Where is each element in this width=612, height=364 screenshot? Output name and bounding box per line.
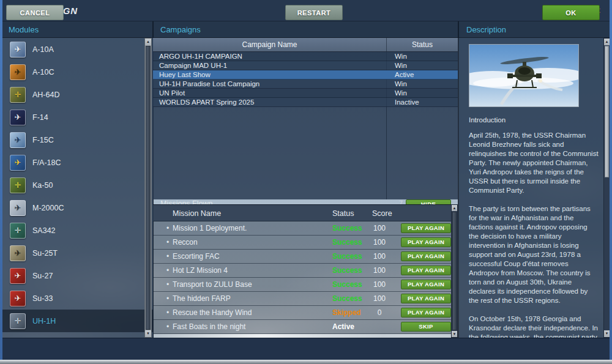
module-label: Su-25T [32,249,58,258]
sa342-module-icon: ✛ [10,223,26,239]
restart-button[interactable]: RESTART [285,5,343,20]
bullet-icon: • [166,224,169,232]
module-list-item[interactable]: ✈ Su-27 [2,264,153,287]
su-27-module-icon: ✈ [10,268,26,284]
campaign-row[interactable]: Huey Last Show Active [153,70,458,80]
scroll-down-icon[interactable]: ▼ [604,330,610,337]
module-list-item[interactable]: ✈ F/A-18C [2,151,153,174]
missions-scrollbar[interactable]: ▲ ▼ [451,204,458,338]
missions-table-header: Mission Name Status Score [153,204,458,221]
description-section-label: Description [466,25,506,34]
campaign-status: Win [386,62,458,69]
window-frame-left [0,0,2,364]
mission-action-button[interactable]: PLAY AGAIN [401,223,451,233]
mission-row[interactable]: • Hot LZ Mission 4 Success 100 PLAY AGAI… [153,264,451,278]
module-list-item[interactable]: ✛ AH-64D [2,83,153,106]
mission-name: Reccon [173,238,198,247]
mission-row[interactable]: • Escorting FAC Success 100 PLAY AGAIN [153,250,451,264]
mission-row[interactable]: • The hidden FARP Success 100 PLAY AGAIN [153,292,451,306]
ok-button[interactable]: OK [542,5,600,20]
mission-action-button[interactable]: PLAY AGAIN [401,266,451,275]
modules-scrollbar[interactable]: ▲ ▼ [144,38,152,338]
module-list-item[interactable]: ✈ M-2000C [2,196,153,219]
mission-action-button[interactable]: PLAY AGAIN [401,237,451,247]
module-list-item[interactable]: ✛ SA342 [2,219,153,242]
a-10a-module-icon: ✈ [10,42,26,58]
mission-action-button[interactable]: PLAY AGAIN [401,294,451,303]
mission-name: Rescue the Handy Wind [173,308,252,317]
mission-row[interactable]: • Mission 1 Deployment. Success 100 PLAY… [153,221,451,236]
module-list-item[interactable]: ✈ F-14 [2,106,153,128]
missions-flown-label: Missions Flown [160,199,212,204]
scroll-down-icon[interactable]: ▼ [145,330,151,337]
campaign-row[interactable]: Campaign MAD UH-1 Win [153,61,458,70]
mission-row[interactable]: • Transport to ZULU Base Success 100 PLA… [153,278,451,292]
campaign-status: Win [386,89,458,97]
mission-status: Success [332,238,362,247]
mission-action-button[interactable]: SKIP [401,322,451,332]
missions-count-fragment: 7 [399,199,403,204]
mission-status: Success [332,280,362,289]
mission-name: Escorting FAC [173,252,220,261]
mission-status: Skipped [332,308,361,317]
description-paragraph: The party is torn between the partisans … [469,204,599,305]
su-33-module-icon: ✈ [10,291,26,306]
mission-score: 100 [367,294,392,303]
description-scrollbar-thumb[interactable] [605,46,609,177]
campaign-name: UH-1H Paradise Lost Campaign [153,80,386,87]
ka-50-module-icon: ✛ [10,177,26,193]
scroll-up-icon[interactable]: ▲ [145,39,151,45]
module-list-item[interactable]: ✈ Su-33 [2,287,153,310]
campaign-row[interactable]: WORLDS APART Spring 2025 Inactive [153,98,458,107]
mission-name: The hidden FARP [173,294,231,303]
campaign-name: WORLDS APART Spring 2025 [153,98,386,106]
bullet-icon: • [166,238,169,247]
footer-bar [2,338,610,360]
campaign-row[interactable]: UH-1H Paradise Lost Campaign Win [153,80,458,89]
mission-status: Success [332,294,362,303]
mission-action-button[interactable]: PLAY AGAIN [401,251,451,261]
module-list-item[interactable]: ✛ UH-1H [2,310,153,332]
window-frame-right [610,0,612,364]
module-list-item[interactable]: ✈ Su-25T [2,242,153,264]
modules-list: ✈ A-10A ✈ A-10C ✛ AH-64D ✈ F-14 ✈ F-15C … [2,38,153,338]
mission-row[interactable]: • Fast Boats in the night Active SKIP [153,320,451,334]
bullet-icon: • [166,294,169,303]
cancel-button[interactable]: CANCEL [6,5,64,20]
module-label: Su-27 [32,272,53,280]
module-list-item[interactable]: ✛ Ka-50 [2,174,153,196]
missions-table-body: • Mission 1 Deployment. Success 100 PLAY… [153,221,451,334]
su-25t-module-icon: ✈ [10,245,26,261]
mission-name: Hot LZ Mission 4 [173,266,228,275]
mission-name: Transport to ZULU Base [173,280,252,289]
description-text: April 25th, 1978, the USSR Chairman Leon… [469,131,599,338]
mission-row[interactable]: • Reccon Success 100 PLAY AGAIN [153,236,451,250]
module-label: A-10A [32,45,54,54]
module-list-item[interactable]: ✈ A-10A [2,38,153,61]
mission-status-column-header: Status [332,209,354,218]
mission-row[interactable]: • Rescue the Handy Wind Skipped 0 PLAY A… [153,306,451,320]
f-15c-module-icon: ✈ [10,132,26,148]
mission-score-column-header: Score [372,209,392,218]
mission-name: Mission 1 Deployment. [173,224,247,232]
module-list-item[interactable]: ✈ A-10C [2,61,153,83]
campaign-row[interactable]: ARGO UH-1H CAMPAIGN Win [153,52,458,61]
scroll-up-icon[interactable]: ▲ [604,39,610,45]
module-list-item[interactable]: ✈ F-15C [2,128,153,151]
section-header-strip [2,21,610,38]
missions-scrollbar-thumb[interactable] [452,212,457,330]
module-label: AH-64D [32,91,59,99]
mission-score: 100 [367,280,392,289]
scroll-down-icon[interactable]: ▼ [452,331,457,337]
mission-action-button[interactable]: PLAY AGAIN [401,308,451,318]
bullet-icon: • [166,322,169,331]
campaign-row[interactable]: UN Pilot Win [153,89,458,98]
bullet-icon: • [166,252,169,261]
mission-action-button[interactable]: PLAY AGAIN [401,280,451,289]
description-panel: Introduction April 25th, 1978, the USSR … [459,38,603,338]
modules-scrollbar-thumb[interactable] [146,46,151,330]
mission-score: 0 [367,308,392,317]
hide-button[interactable]: HIDE [406,199,451,204]
campaigns-table-body: ARGO UH-1H CAMPAIGN Win Campaign MAD UH-… [153,52,458,107]
scroll-up-icon[interactable]: ▲ [452,205,457,211]
